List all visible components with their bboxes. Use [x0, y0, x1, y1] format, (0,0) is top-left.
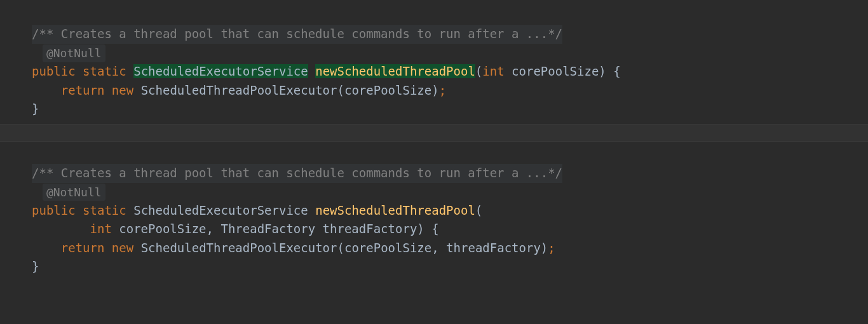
- method-separator: [0, 124, 868, 142]
- rparen-brace: ) {: [417, 222, 438, 236]
- close-brace: }: [32, 102, 39, 116]
- keyword-return: return: [61, 83, 105, 97]
- keyword-new: new: [112, 241, 133, 255]
- lparen: (: [475, 64, 482, 78]
- doc-comment: /** Creates a thread pool that can sched…: [32, 164, 562, 182]
- return-type: ScheduledExecutorService: [133, 64, 308, 78]
- method-name: newScheduledThreadPool: [315, 203, 475, 217]
- arg-close: ): [431, 83, 438, 97]
- semicolon: ;: [548, 241, 555, 255]
- arg2-name: threadFactory: [446, 241, 541, 255]
- keyword-static: static: [83, 203, 126, 217]
- keyword-public: public: [32, 64, 76, 78]
- param1-type-int: int: [90, 222, 112, 236]
- rparen-brace: ) {: [599, 64, 620, 78]
- code-editor[interactable]: /** Creates a thread pool that can sched…: [0, 6, 868, 119]
- param2-name: threadFactory: [315, 222, 417, 236]
- param-name: corePoolSize: [505, 64, 599, 78]
- comma-arg: ,: [431, 241, 446, 255]
- keyword-public: public: [32, 203, 76, 217]
- code-editor[interactable]: /** Creates a thread pool that can sched…: [0, 145, 868, 276]
- param-type-int: int: [482, 64, 504, 78]
- annotation-notnull: @NotNull: [43, 44, 105, 62]
- keyword-new: new: [112, 83, 133, 97]
- param2-type: ThreadFactory: [220, 222, 315, 236]
- semicolon: ;: [439, 83, 446, 97]
- return-type: ScheduledExecutorService: [133, 203, 308, 217]
- param1-name: corePoolSize: [112, 222, 207, 236]
- annotation-notnull: @NotNull: [43, 184, 105, 201]
- arg-open: (: [337, 241, 344, 255]
- constructor-name: ScheduledThreadPoolExecutor: [141, 241, 337, 255]
- arg-close: ): [541, 241, 548, 255]
- keyword-return: return: [61, 241, 105, 255]
- arg1-name: corePoolSize: [344, 241, 431, 255]
- arg-open: (: [337, 83, 344, 97]
- comma: ,: [207, 222, 221, 236]
- method-name: newScheduledThreadPool: [315, 64, 475, 78]
- lparen: (: [475, 203, 482, 217]
- keyword-static: static: [83, 64, 126, 78]
- doc-comment: /** Creates a thread pool that can sched…: [32, 25, 562, 43]
- close-brace: }: [32, 259, 39, 273]
- constructor-name: ScheduledThreadPoolExecutor: [141, 83, 337, 97]
- arg-name: corePoolSize: [344, 83, 431, 97]
